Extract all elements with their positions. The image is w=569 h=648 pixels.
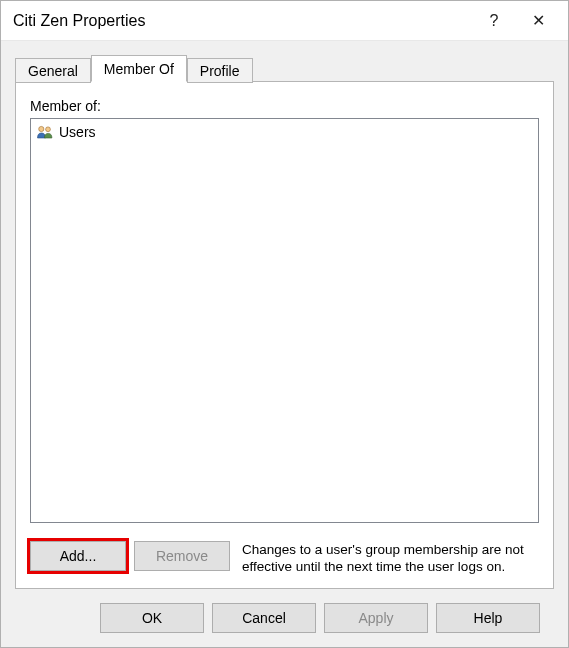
add-button[interactable]: Add...	[30, 541, 126, 571]
list-item-label: Users	[59, 124, 96, 140]
help-button-footer[interactable]: Help	[436, 603, 540, 633]
users-group-icon	[35, 123, 55, 141]
titlebar: Citi Zen Properties ? ✕	[1, 1, 568, 41]
tabstrip: General Member Of Profile	[15, 55, 554, 82]
help-button[interactable]: ?	[472, 1, 516, 41]
remove-button[interactable]: Remove	[134, 541, 230, 571]
tab-member-of[interactable]: Member Of	[91, 55, 187, 82]
membership-info-text: Changes to a user's group membership are…	[230, 541, 539, 576]
window-title: Citi Zen Properties	[13, 12, 472, 30]
panel-button-row: Add... Remove	[30, 541, 230, 571]
member-of-listbox[interactable]: Users	[30, 118, 539, 523]
ok-button[interactable]: OK	[100, 603, 204, 633]
list-item[interactable]: Users	[31, 121, 538, 143]
member-of-label: Member of:	[30, 98, 539, 114]
tab-profile[interactable]: Profile	[187, 58, 253, 83]
close-button[interactable]: ✕	[516, 1, 560, 41]
panel-lower-row: Add... Remove Changes to a user's group …	[30, 541, 539, 576]
cancel-button[interactable]: Cancel	[212, 603, 316, 633]
apply-button[interactable]: Apply	[324, 603, 428, 633]
tab-panel-member-of: Member of: Users Add..	[15, 81, 554, 589]
client-area: General Member Of Profile Member of:	[1, 41, 568, 647]
tab-general[interactable]: General	[15, 58, 91, 83]
svg-point-1	[46, 127, 51, 132]
properties-dialog: Citi Zen Properties ? ✕ General Member O…	[0, 0, 569, 648]
svg-point-0	[39, 126, 44, 131]
dialog-footer: OK Cancel Apply Help	[15, 589, 554, 647]
